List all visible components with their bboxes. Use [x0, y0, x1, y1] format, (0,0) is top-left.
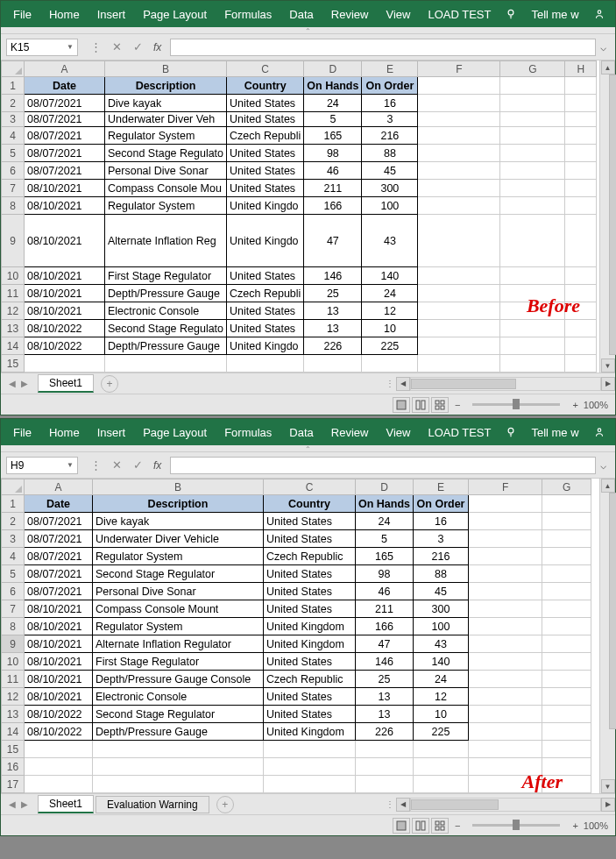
cell-D7[interactable]: 211	[356, 600, 414, 618]
cancel-icon[interactable]: ✕	[106, 458, 127, 472]
row-header-16[interactable]: 16	[2, 758, 25, 776]
header-cell-G[interactable]	[500, 77, 565, 95]
scroll-left-icon[interactable]: ◀	[396, 798, 410, 812]
scroll-right-icon[interactable]: ▶	[601, 377, 615, 391]
cell-E2[interactable]: 16	[362, 95, 418, 112]
cell-G9[interactable]	[542, 635, 591, 653]
cell-D11[interactable]: 25	[356, 671, 414, 688]
cell-C4[interactable]: Czech Republic	[264, 548, 356, 565]
row-header-6[interactable]: 6	[2, 583, 25, 600]
next-sheet-icon[interactable]: ▶	[18, 379, 31, 388]
cell-F15[interactable]	[469, 741, 542, 758]
cell-B14[interactable]: Depth/Pressure Gauge	[93, 723, 264, 741]
cell-C2[interactable]: United States	[264, 513, 356, 530]
cell-B6[interactable]: Personal Dive Sonar	[105, 162, 227, 180]
zoom-level[interactable]: 100%	[584, 820, 608, 831]
row-header-13[interactable]: 13	[2, 706, 25, 723]
cell-F5[interactable]	[418, 145, 500, 162]
zoom-out-button[interactable]: −	[455, 400, 460, 410]
cell-A8[interactable]: 08/10/2021	[25, 618, 93, 635]
zoom-slider[interactable]	[472, 403, 560, 406]
row-header-5[interactable]: 5	[2, 565, 25, 583]
row-header-6[interactable]: 6	[2, 162, 25, 180]
cell-F4[interactable]	[418, 127, 500, 145]
cell-A3[interactable]: 08/07/2021	[25, 530, 93, 548]
cell-F7[interactable]	[469, 600, 542, 618]
cell-D13[interactable]: 13	[304, 320, 362, 337]
cell-E15[interactable]	[414, 741, 469, 758]
cell-C10[interactable]: United States	[227, 267, 304, 285]
cell-A16[interactable]	[25, 758, 93, 776]
row-header-4[interactable]: 4	[2, 127, 25, 145]
cell-D13[interactable]: 13	[356, 706, 414, 723]
col-header-C[interactable]: C	[227, 61, 304, 77]
header-cell-E[interactable]: On Order	[414, 495, 469, 513]
vertical-scrollbar[interactable]: ▲ ▼	[599, 479, 615, 793]
ribbon-tab-data[interactable]: Data	[280, 421, 322, 444]
tell-me[interactable]: Tell me w	[522, 421, 587, 444]
ribbon-tab-insert[interactable]: Insert	[89, 421, 135, 444]
col-header-E[interactable]: E	[414, 479, 469, 495]
normal-view-icon[interactable]	[393, 818, 410, 834]
cell-G10[interactable]	[542, 653, 591, 671]
header-cell-C[interactable]: Country	[264, 495, 356, 513]
cell-C13[interactable]: United States	[264, 706, 356, 723]
cell-C15[interactable]	[227, 355, 304, 373]
cell-A13[interactable]: 08/10/2022	[25, 706, 93, 723]
col-header-G[interactable]: G	[500, 61, 565, 77]
cell-B13[interactable]: Second Stage Regulato	[105, 320, 227, 337]
row-header-9[interactable]: 9	[2, 635, 25, 653]
cell-B14[interactable]: Depth/Pressure Gauge	[105, 337, 227, 355]
horizontal-scrollbar[interactable]: ◀ ▶	[396, 376, 615, 392]
cell-A14[interactable]: 08/10/2022	[25, 337, 105, 355]
cell-D4[interactable]: 165	[304, 127, 362, 145]
cell-H15[interactable]	[565, 355, 597, 373]
lightbulb-icon[interactable]	[499, 426, 522, 438]
col-header-B[interactable]: B	[93, 479, 264, 495]
select-all-corner[interactable]	[2, 61, 25, 77]
cell-F15[interactable]	[418, 355, 500, 373]
cell-A6[interactable]: 08/07/2021	[25, 162, 105, 180]
header-cell-G[interactable]	[542, 495, 591, 513]
cell-D7[interactable]: 211	[304, 180, 362, 197]
cell-A10[interactable]: 08/10/2021	[25, 653, 93, 671]
cell-F11[interactable]	[469, 671, 542, 688]
cell-E5[interactable]: 88	[414, 565, 469, 583]
cell-B8[interactable]: Regulator System	[93, 618, 264, 635]
add-sheet-button[interactable]: +	[101, 375, 118, 393]
cell-A7[interactable]: 08/10/2021	[25, 180, 105, 197]
cell-E6[interactable]: 45	[362, 162, 418, 180]
cell-A12[interactable]: 08/10/2021	[25, 688, 93, 706]
zoom-out-button[interactable]: −	[455, 820, 460, 831]
col-header-A[interactable]: A	[25, 61, 105, 77]
cell-D5[interactable]: 98	[304, 145, 362, 162]
cell-C14[interactable]: United Kingdo	[227, 337, 304, 355]
cell-D14[interactable]: 226	[304, 337, 362, 355]
cell-F13[interactable]	[469, 706, 542, 723]
cell-G5[interactable]	[542, 565, 591, 583]
col-header-E[interactable]: E	[362, 61, 418, 77]
cell-F8[interactable]	[418, 197, 500, 215]
col-header-D[interactable]: D	[356, 479, 414, 495]
row-header-15[interactable]: 15	[2, 355, 25, 373]
cell-C3[interactable]: United States	[264, 530, 356, 548]
fx-icon[interactable]: fx	[153, 459, 161, 472]
cell-D15[interactable]	[356, 741, 414, 758]
cell-C10[interactable]: United States	[264, 653, 356, 671]
row-header-3[interactable]: 3	[2, 112, 25, 127]
cell-F5[interactable]	[469, 565, 542, 583]
cell-G11[interactable]	[542, 671, 591, 688]
vertical-scrollbar[interactable]: ▲ ▼	[599, 60, 615, 373]
header-cell-F[interactable]	[469, 495, 542, 513]
row-header-13[interactable]: 13	[2, 320, 25, 337]
col-header-D[interactable]: D	[304, 61, 362, 77]
cell-F9[interactable]	[418, 215, 500, 267]
cell-F3[interactable]	[469, 530, 542, 548]
cell-A12[interactable]: 08/10/2021	[25, 302, 105, 320]
row-header-2[interactable]: 2	[2, 513, 25, 530]
cell-B15[interactable]	[105, 355, 227, 373]
col-header-F[interactable]: F	[469, 479, 542, 495]
cell-E7[interactable]: 300	[414, 600, 469, 618]
header-cell-E[interactable]: On Order	[362, 77, 418, 95]
ribbon-tab-page-layout[interactable]: Page Layout	[134, 3, 216, 26]
